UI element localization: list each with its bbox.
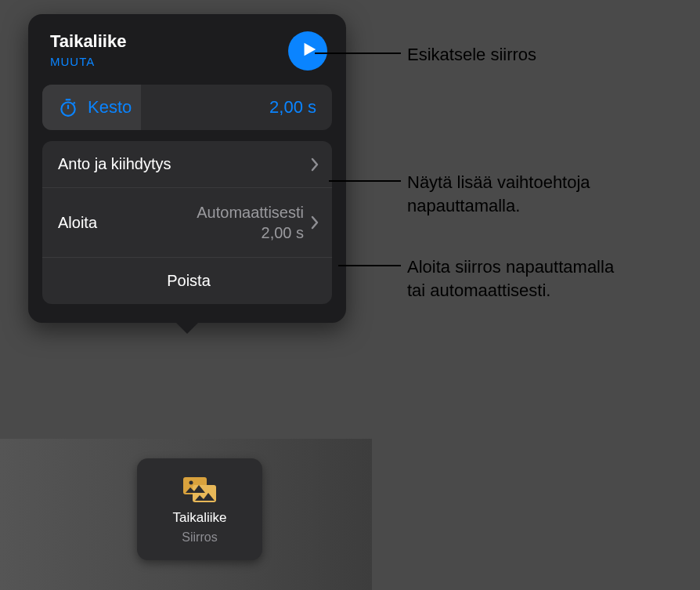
chip-subtitle: Siirros bbox=[182, 530, 217, 545]
delete-label: Poista bbox=[167, 272, 211, 290]
chevron-right-icon bbox=[310, 215, 319, 230]
title-block: Taikaliike MUUTA bbox=[50, 31, 126, 68]
callout-preview: Esikatsele siirros bbox=[315, 43, 700, 67]
callout-text: Näytä lisää vaihtoehtoja napauttamalla. bbox=[407, 171, 590, 217]
chip-title: Taikaliike bbox=[173, 510, 227, 526]
duration-label: Kesto bbox=[88, 97, 269, 118]
slides-icon bbox=[179, 474, 221, 505]
svg-line-3 bbox=[74, 103, 75, 104]
callout-more-options: Näytä lisää vaihtoehtoja napauttamalla. bbox=[329, 171, 700, 217]
callout-start: Aloita siirros napauttamalla tai automaa… bbox=[338, 255, 700, 302]
popover-tail bbox=[175, 321, 200, 334]
callout-line bbox=[329, 180, 401, 182]
chevron-right-icon bbox=[310, 157, 319, 172]
start-label: Aloita bbox=[58, 214, 197, 232]
options-list: Anto ja kiihdytys Aloita Automaattisesti… bbox=[42, 141, 332, 304]
transition-name-title: Taikaliike bbox=[50, 31, 126, 52]
change-transition-link[interactable]: MUUTA bbox=[50, 55, 126, 68]
easing-label: Anto ja kiihdytys bbox=[58, 155, 310, 173]
callout-line bbox=[338, 265, 401, 266]
callout-text: Aloita siirros napauttamalla tai automaa… bbox=[407, 255, 614, 302]
transition-chip[interactable]: Taikaliike Siirros bbox=[137, 458, 262, 560]
svg-point-7 bbox=[199, 489, 203, 493]
start-value: Automaattisesti 2,00 s bbox=[197, 202, 304, 243]
transition-options-popover: Taikaliike MUUTA Kesto 2,00 s Anto ja ki… bbox=[28, 14, 346, 323]
popover-header: Taikaliike MUUTA bbox=[42, 31, 332, 78]
easing-row[interactable]: Anto ja kiihdytys bbox=[42, 141, 332, 188]
start-row[interactable]: Aloita Automaattisesti 2,00 s bbox=[42, 188, 332, 258]
delete-button[interactable]: Poista bbox=[42, 258, 332, 304]
duration-slider[interactable]: Kesto 2,00 s bbox=[42, 85, 332, 130]
callout-line bbox=[315, 52, 401, 54]
svg-point-6 bbox=[189, 481, 193, 485]
stopwatch-icon bbox=[58, 97, 78, 118]
callout-text: Esikatsele siirros bbox=[407, 43, 536, 67]
duration-value: 2,00 s bbox=[269, 97, 316, 118]
